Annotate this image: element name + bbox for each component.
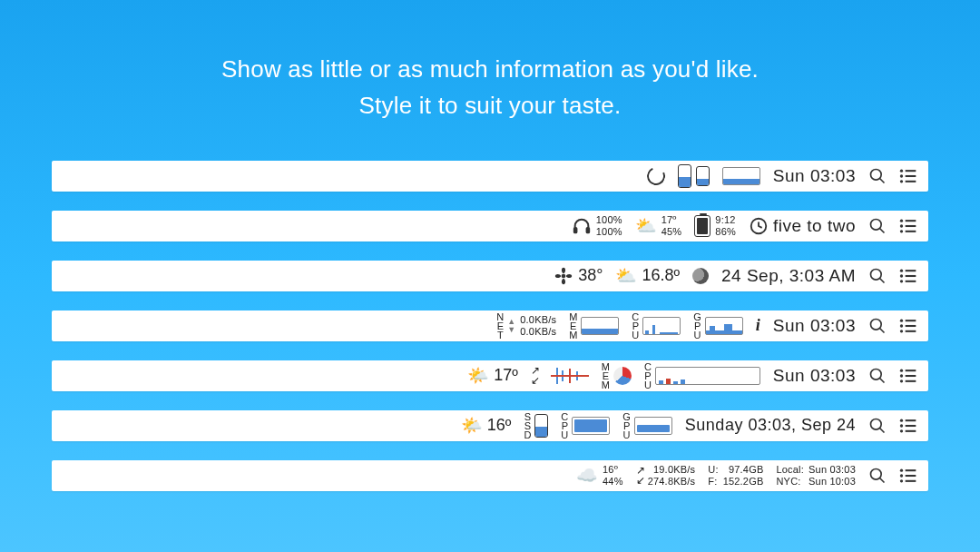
gpu-widget: GPU [693, 312, 743, 340]
net-arrows-icon: ▲▼ [507, 318, 515, 334]
progress-ring-icon [644, 164, 668, 188]
headphones-bottom: 100% [596, 226, 622, 238]
search-icon[interactable] [868, 317, 887, 335]
svg-point-11 [871, 219, 882, 230]
svg-point-26 [900, 280, 903, 282]
menu-list-icon[interactable] [899, 467, 917, 485]
weather-temp: 17º [662, 214, 682, 226]
menubar-3: 38° ⛅ 16.8º 24 Sep, 3:03 AM [52, 261, 928, 291]
world-clock-widget: Local: NYC: Sun 03:03 Sun 10:03 [776, 464, 856, 487]
svg-point-19 [562, 273, 566, 278]
disk-u-val: 97.4GB [723, 464, 764, 476]
weather-cloud-icon: ⛅ [635, 215, 657, 236]
headphones-widget: 100% 100% [572, 214, 622, 237]
headline-line-2: Style it to suit your taste. [0, 87, 980, 123]
svg-line-45 [880, 428, 885, 432]
menu-list-icon[interactable] [899, 367, 917, 385]
cpu-label: CPU [561, 412, 567, 439]
net-arrows-icon: ↗↙ [636, 466, 643, 486]
moon-phase-icon [692, 268, 709, 284]
svg-point-46 [900, 419, 903, 421]
gpu-label: GPU [693, 312, 701, 340]
svg-point-20 [871, 269, 882, 280]
net-label: NET [496, 312, 503, 340]
svg-point-58 [900, 479, 903, 482]
svg-point-28 [871, 319, 882, 330]
search-icon[interactable] [868, 417, 887, 435]
search-icon[interactable] [868, 467, 887, 485]
clock: Sun 03:03 [773, 316, 856, 336]
disk-gauges [678, 164, 710, 188]
disk-widget: U: F: 97.4GB 152.2GB [708, 464, 763, 487]
weather-temp: 16º [487, 416, 512, 435]
clock: Sun 03:03 [773, 366, 856, 386]
svg-point-40 [900, 374, 903, 377]
menu-list-icon[interactable] [899, 267, 917, 285]
weather-widget: ⛅ 16.8º [615, 265, 680, 286]
svg-point-48 [900, 424, 903, 427]
disk-u-label: U: [708, 464, 718, 476]
menu-list-icon[interactable] [899, 317, 917, 335]
menubar-5: 🌤️ 17º ↗↙ MEM CPU Sun 03:03 [52, 360, 928, 391]
svg-point-15 [900, 224, 903, 227]
svg-point-4 [900, 174, 903, 177]
svg-point-24 [900, 274, 903, 277]
net-up: 19.0KB/s [648, 464, 696, 476]
svg-point-17 [900, 230, 903, 232]
fan-icon [554, 266, 573, 286]
svg-point-30 [900, 319, 903, 321]
menu-list-icon[interactable] [899, 167, 917, 185]
weather-cloud-icon: ⛅ [615, 265, 637, 286]
cpu-graph [642, 317, 681, 335]
menubar-2: 100% 100% ⛅ 17º 45% 9:12 86% five to two [52, 211, 928, 242]
search-icon[interactable] [868, 217, 887, 235]
menubar-4: NET ▲▼ 0.0KB/s 0.0KB/s MEM CPU GPU i Sun… [52, 310, 928, 341]
nyc-time: Sun 10:03 [808, 476, 856, 488]
disk-f-val: 152.2GB [723, 476, 764, 488]
local-label: Local: [776, 464, 804, 476]
headline-line-1: Show as little or as much information as… [0, 51, 980, 87]
cpu-widget: CPU [644, 362, 760, 389]
clock-icon [749, 216, 769, 236]
mem-label: MEM [569, 312, 576, 340]
disk-f-label: F: [708, 476, 718, 488]
search-icon[interactable] [868, 367, 887, 385]
gauge-icon [696, 166, 710, 186]
svg-line-29 [880, 328, 885, 332]
gpu-label: GPU [622, 412, 630, 439]
weather-temp: 16.8º [642, 266, 680, 285]
clock-widget: five to two [749, 216, 856, 236]
search-icon[interactable] [868, 167, 887, 185]
menubar-1: Sun 03:03 [52, 161, 928, 192]
menubar-7: ☁️ 16º 44% ↗↙ 19.0KB/s 274.8KB/s U: F: 9… [52, 460, 928, 491]
gauge-icon [678, 164, 691, 188]
svg-line-12 [880, 228, 885, 232]
fan-temp: 38° [578, 266, 603, 285]
weather-temp: 17º [494, 366, 518, 385]
svg-point-0 [871, 169, 882, 180]
cpu-widget: CPU [561, 412, 610, 439]
net-spike-graph [551, 366, 589, 386]
headphones-icon [572, 216, 592, 236]
weather-sun-cloud-icon: 🌤️ [467, 365, 489, 386]
clock: Sun 03:03 [773, 166, 856, 186]
svg-point-13 [900, 219, 903, 222]
menu-list-icon[interactable] [899, 417, 917, 435]
headphones-top: 100% [596, 214, 622, 226]
menubar-6: 🌤️ 16º SSD CPU GPU Sunday 03:03, Sep 24 [52, 410, 928, 441]
weather-sun-cloud-icon: 🌤️ [461, 415, 483, 436]
search-icon[interactable] [868, 267, 887, 285]
svg-rect-9 [585, 227, 590, 233]
info-icon[interactable]: i [756, 316, 760, 335]
battery-pct: 86% [715, 226, 736, 238]
fan-widget: 38° [554, 266, 603, 286]
menu-list-icon[interactable] [899, 217, 917, 235]
mini-graph [722, 167, 760, 185]
svg-point-54 [900, 468, 903, 471]
clock: 24 Sep, 3:03 AM [721, 266, 856, 286]
weather-widget: ⛅ 17º 45% [635, 214, 682, 237]
net-down: 0.0KB/s [520, 326, 556, 338]
battery-time: 9:12 [715, 214, 736, 226]
svg-point-44 [871, 419, 882, 429]
svg-line-21 [880, 278, 885, 282]
